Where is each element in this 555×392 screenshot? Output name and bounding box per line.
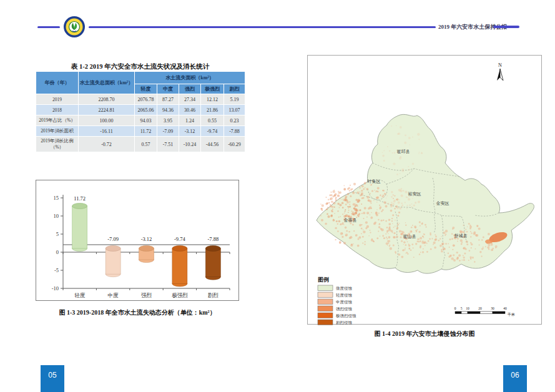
scale-bar: 0510203040千米: [454, 306, 515, 316]
bar-value-label: -3.12: [141, 236, 152, 242]
legend-item: 中度侵蚀: [318, 299, 353, 305]
table-cell: -0.72: [79, 137, 135, 152]
table-cell: 3.95: [157, 115, 179, 126]
map-caption: 图 1-4 2019 年六安市土壤侵蚀分布图: [307, 330, 542, 338]
table-cell: -3.12: [179, 126, 201, 137]
table-cell: 13.07: [224, 105, 245, 115]
table-cell: 30.46: [179, 105, 201, 115]
table-cell: 0.55: [201, 115, 224, 126]
table-header-cell: 强烈: [179, 84, 201, 94]
table-cell: 5.19: [224, 94, 245, 105]
table-row: 2019年消长比例（%）-0.720.57-7.51-10.24-44.56-6…: [36, 137, 245, 152]
table-head: 年份（年） 水土流失总面积（km²） 水土流失面积（km²） 轻度中度强烈极强烈…: [36, 72, 245, 94]
table-cell: 21.86: [201, 105, 224, 115]
x-axis-label: 中度: [108, 292, 119, 298]
svg-text:30: 30: [491, 306, 494, 310]
svg-text:剧烈侵蚀: 剧烈侵蚀: [336, 320, 353, 325]
x-axis-label: 剧烈: [208, 292, 219, 298]
bar-value-label: -7.09: [107, 236, 119, 242]
legend-swatch: [318, 320, 333, 325]
table-header-row: 年份（年） 水土流失总面积（km²） 水土流失面积（km²）: [36, 72, 245, 84]
legend-item: 极强烈侵蚀: [318, 313, 356, 318]
header-rule-left: [37, 26, 60, 28]
svg-text:40: 40: [503, 306, 507, 310]
table-row: 2019年占比（%）100.0094.033.951.240.550.23: [36, 115, 245, 126]
x-axis-label: 极强烈: [172, 292, 188, 298]
table-cell: -7.51: [157, 137, 179, 152]
svg-text:极强烈侵蚀: 极强烈侵蚀: [335, 313, 356, 318]
erosion-map: 霍邱县叶集区裕安区金安区金寨县霍山县舒城县 N 图例 微度侵蚀 轻度侵蚀 中度侵…: [307, 55, 542, 325]
map-region-label: 叶集区: [368, 179, 381, 184]
table-row-label: 2019年消长比例（%）: [36, 137, 79, 152]
table-header-cell: 轻度: [135, 84, 157, 94]
svg-text:轻度侵蚀: 轻度侵蚀: [336, 293, 353, 298]
bar-cylinder: [172, 246, 187, 287]
table-row-label: 2019年占比（%）: [36, 115, 79, 126]
y-axis-label: 10: [54, 213, 59, 219]
table-row: 2019年消长面积-16.1111.72-7.09-3.12-9.74-7.88: [36, 126, 245, 137]
legend-item: 微度侵蚀: [318, 285, 353, 291]
map-region-label: 霍邱县: [397, 149, 410, 154]
table-header-cell: 年份（年）: [36, 72, 79, 94]
x-axis-label: 轻度: [74, 292, 86, 298]
table-cell: 0.23: [224, 115, 245, 126]
page-number-left: 05: [41, 365, 64, 392]
map-region-label: 裕安区: [408, 192, 421, 197]
legend-swatch: [318, 299, 333, 305]
table-cell: -7.09: [157, 126, 179, 137]
table-cell: 12.12: [201, 94, 224, 105]
table-title: 表 1-2 2019 年六安全市水土流失状况及消长统计: [36, 62, 245, 71]
dynamic-analysis-chart: 151050-5-10 11.72轻度 -7.09中度 -3.12强烈 -9.7…: [36, 180, 239, 301]
table-cell: 2224.81: [79, 105, 135, 115]
header-rule-right: [493, 26, 519, 28]
y-axis-label: 5: [56, 231, 59, 237]
legend-swatch: [318, 306, 333, 311]
svg-text:千米: 千米: [507, 312, 515, 316]
table-cell: 1.24: [179, 115, 201, 126]
table-cell: -10.24: [179, 137, 201, 152]
table-cell: 11.72: [135, 126, 157, 137]
table-cell: -9.74: [201, 126, 224, 137]
y-axis-label: -5: [54, 267, 59, 273]
svg-text:0: 0: [454, 306, 456, 310]
svg-text:中度侵蚀: 中度侵蚀: [336, 300, 353, 305]
map-region-label: 金安区: [436, 201, 449, 206]
loss-statistics-table: 年份（年） 水土流失总面积（km²） 水土流失面积（km²） 轻度中度强烈极强烈…: [36, 71, 245, 152]
map-legend: 图例 微度侵蚀 轻度侵蚀 中度侵蚀 强烈侵蚀 极强烈侵蚀: [318, 277, 356, 325]
header-rule-main: [89, 26, 436, 28]
svg-text:N: N: [498, 62, 502, 68]
bar-value-label: -9.74: [174, 236, 185, 242]
map-region-label: 霍山县: [403, 234, 416, 239]
svg-text:5: 5: [461, 306, 463, 310]
table-cell: 0.57: [135, 137, 157, 152]
table-cell: 27.34: [179, 94, 201, 105]
legend-swatch: [318, 292, 333, 298]
table-row-label: 2019年消长面积: [36, 126, 79, 137]
chart-caption: 图 1-3 2019-2018 年全市水土流失动态分析（单位：km²）: [25, 308, 250, 317]
svg-text:强烈侵蚀: 强烈侵蚀: [336, 306, 353, 311]
table-cell: -7.88: [224, 126, 245, 137]
table-header-cell: 水土流失面积（km²）: [135, 72, 245, 84]
y-axis-label: -10: [52, 285, 59, 292]
table-row-label: 2019: [36, 94, 79, 105]
table-cell: -60.29: [224, 137, 245, 152]
north-arrow-icon: N: [497, 62, 503, 81]
table-row-label: 2018: [36, 105, 79, 115]
legend-swatch: [318, 285, 333, 291]
table-cell: 2208.70: [79, 94, 135, 105]
table-row: 20192208.702076.7887.2727.3412.125.19: [36, 94, 245, 105]
table-cell: 87.27: [157, 94, 179, 105]
bar-cylinder: [139, 246, 154, 263]
y-axis-label: 0: [56, 249, 59, 255]
header-title: 2019 年六安市水土保持公报: [438, 23, 492, 31]
table-header-cell: 剧烈: [224, 84, 245, 94]
map-region-label: 金寨县: [344, 217, 357, 223]
x-axis-label: 强烈: [141, 292, 152, 298]
table-cell: -16.11: [79, 126, 135, 137]
table-header-cell: 极强烈: [201, 84, 224, 94]
table-row: 20182224.812065.0694.3630.4621.8613.07: [36, 105, 245, 115]
svg-text:10: 10: [466, 306, 469, 310]
table-cell: 94.03: [135, 115, 157, 126]
bar-cylinder: [106, 246, 120, 277]
table-body: 20192208.702076.7887.2727.3412.125.19 20…: [36, 94, 245, 152]
